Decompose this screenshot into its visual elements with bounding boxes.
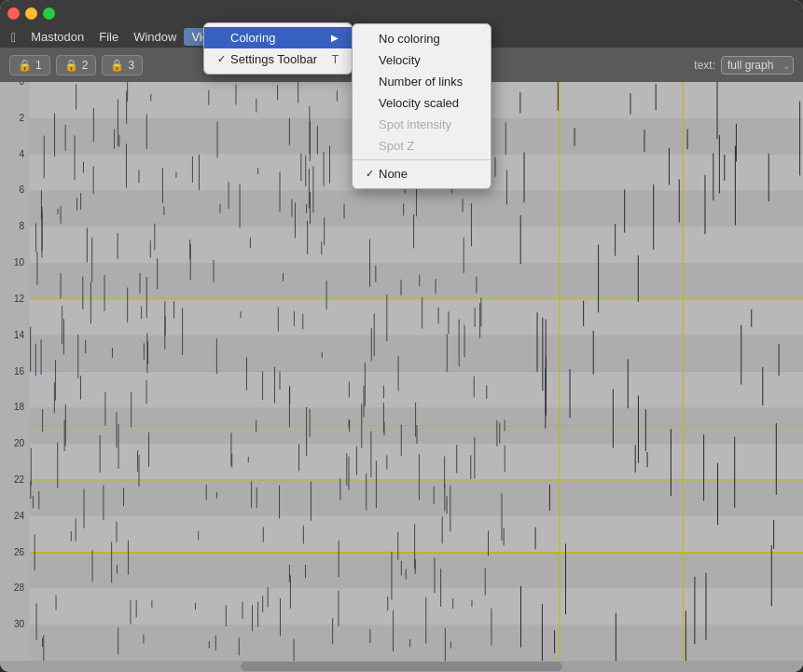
settings-toolbar-shortcut: T bbox=[332, 53, 339, 66]
menu-file[interactable]: File bbox=[91, 28, 126, 46]
app-window:  Mastodon File Window View Edit 🔒 1 🔒 2… bbox=[0, 0, 803, 672]
submenu-separator bbox=[353, 159, 491, 160]
y-label-0: 0 bbox=[0, 82, 28, 87]
submenu-velocity[interactable]: Velocity bbox=[353, 49, 491, 71]
svg-rect-13 bbox=[30, 553, 803, 589]
submenu-velocity-scaled[interactable]: Velocity scaled bbox=[353, 92, 491, 114]
svg-rect-7 bbox=[30, 336, 803, 372]
lock-icon-1: 🔒 bbox=[18, 59, 32, 72]
submenu-spot-z: Spot Z bbox=[353, 135, 491, 157]
svg-rect-15 bbox=[30, 624, 803, 661]
coloring-submenu[interactable]: No coloring Velocity Number of links Vel… bbox=[352, 23, 491, 189]
context-select[interactable]: full graph selection custom bbox=[721, 56, 794, 75]
submenu-spot-intensity: Spot intensity bbox=[353, 114, 491, 135]
context-label: text: bbox=[694, 59, 715, 72]
y-label-14: 14 bbox=[0, 330, 28, 340]
y-label-2: 2 bbox=[0, 113, 28, 123]
y-axis: 024681012141618202224262830 bbox=[0, 82, 30, 661]
minimize-button[interactable] bbox=[25, 7, 37, 20]
view-menu-popup[interactable]: Coloring ▶ No coloring Velocity Number o… bbox=[203, 22, 353, 75]
toolbar-btn-1-label: 1 bbox=[35, 59, 42, 72]
svg-rect-4 bbox=[30, 226, 803, 263]
toolbar-btn-2[interactable]: 🔒 2 bbox=[56, 55, 97, 75]
toolbar-btn-3[interactable]: 🔒 3 bbox=[102, 55, 143, 75]
y-label-8: 8 bbox=[0, 221, 28, 231]
y-label-18: 18 bbox=[0, 402, 28, 412]
svg-rect-12 bbox=[30, 516, 803, 553]
maximize-button[interactable] bbox=[43, 7, 55, 20]
menu-window[interactable]: Window bbox=[126, 28, 184, 46]
titlebar bbox=[0, 0, 803, 26]
none-check: ✓ bbox=[366, 168, 379, 180]
y-label-4: 4 bbox=[0, 149, 28, 159]
submenu-no-coloring[interactable]: No coloring bbox=[353, 28, 491, 49]
y-label-12: 12 bbox=[0, 294, 28, 304]
toolbar-btn-3-label: 3 bbox=[128, 59, 134, 72]
y-label-22: 22 bbox=[0, 474, 28, 485]
settings-toolbar-check: ✓ bbox=[217, 53, 230, 65]
svg-rect-14 bbox=[30, 588, 803, 624]
svg-rect-11 bbox=[30, 480, 803, 516]
no-coloring-label: No coloring bbox=[379, 32, 440, 46]
traffic-lights bbox=[7, 7, 55, 20]
svg-rect-6 bbox=[30, 299, 803, 336]
scrollbar-area[interactable] bbox=[0, 661, 803, 672]
apple-menu[interactable]:  bbox=[4, 30, 23, 45]
svg-rect-10 bbox=[30, 444, 803, 480]
scrollbar-thumb[interactable] bbox=[241, 662, 561, 671]
submenu-none[interactable]: ✓ None bbox=[353, 163, 491, 185]
svg-rect-5 bbox=[30, 263, 803, 299]
toolbar-btn-2-label: 2 bbox=[82, 59, 89, 72]
num-links-label: Number of links bbox=[379, 75, 463, 89]
settings-toolbar-label: Settings Toolbar bbox=[230, 52, 317, 66]
y-label-6: 6 bbox=[0, 185, 28, 195]
none-label: None bbox=[379, 167, 408, 181]
context-select-wrapper[interactable]: full graph selection custom bbox=[721, 56, 794, 75]
spot-intensity-label: Spot intensity bbox=[379, 117, 451, 131]
svg-rect-8 bbox=[30, 372, 803, 408]
y-label-24: 24 bbox=[0, 511, 28, 521]
menu-item-settings-toolbar[interactable]: ✓ Settings Toolbar T bbox=[204, 48, 352, 70]
coloring-label: Coloring bbox=[230, 31, 275, 45]
toolbar-btn-1[interactable]: 🔒 1 bbox=[9, 55, 50, 75]
close-button[interactable] bbox=[7, 7, 20, 20]
menu-item-coloring[interactable]: Coloring ▶ No coloring Velocity Number o… bbox=[204, 27, 352, 48]
y-label-28: 28 bbox=[0, 583, 28, 593]
lock-icon-3: 🔒 bbox=[110, 59, 124, 72]
y-label-16: 16 bbox=[0, 366, 28, 377]
velocity-label: Velocity bbox=[379, 53, 421, 67]
spot-z-label: Spot Z bbox=[379, 139, 414, 153]
y-label-10: 10 bbox=[0, 257, 28, 267]
y-label-30: 30 bbox=[0, 619, 28, 629]
y-label-26: 26 bbox=[0, 547, 28, 557]
lock-icon-2: 🔒 bbox=[64, 59, 78, 72]
menu-mastodon[interactable]: Mastodon bbox=[23, 28, 91, 46]
submenu-number-of-links[interactable]: Number of links bbox=[353, 71, 491, 92]
y-label-20: 20 bbox=[0, 438, 28, 448]
vel-scaled-label: Velocity scaled bbox=[379, 96, 459, 110]
coloring-arrow: ▶ bbox=[331, 33, 339, 43]
